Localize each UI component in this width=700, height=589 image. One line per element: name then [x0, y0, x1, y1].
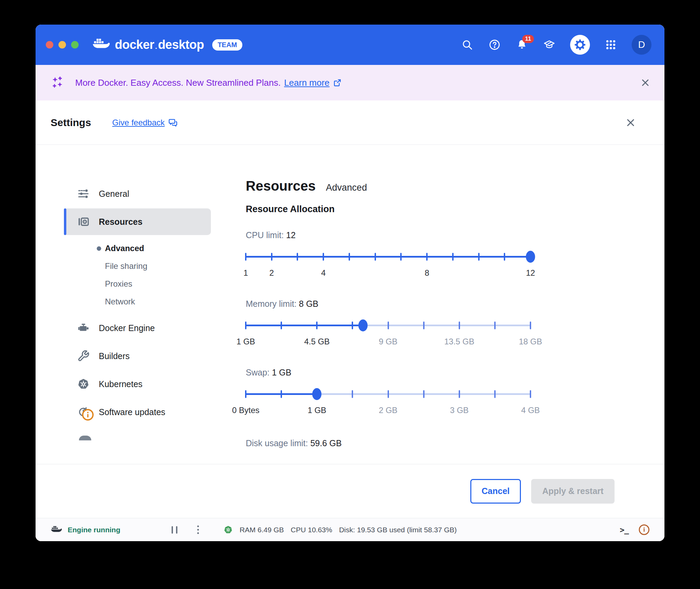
memory-slider-labels: 1 GB4.5 GB9 GB13.5 GB18 GB [246, 337, 530, 348]
memory-limit-label: Memory limit: 8 GB [246, 299, 530, 309]
cpu-stat: CPU 10.63% [291, 526, 332, 534]
cancel-button[interactable]: Cancel [470, 479, 521, 504]
slider-thumb[interactable] [526, 251, 535, 263]
learning-center-button[interactable] [543, 38, 556, 51]
swap-slider-labels: 0 Bytes1 GB2 GB3 GB4 GB [246, 406, 530, 416]
cpu-limit-slider[interactable] [246, 249, 530, 264]
help-button[interactable] [488, 38, 501, 51]
ram-stat: RAM 6.49 GB [240, 526, 284, 534]
resource-stats: RAM 6.49 GB CPU 10.63% Disk: 19.53 GB us… [224, 525, 457, 534]
cpu-limit-group: CPU limit: 12 124812 [246, 230, 530, 279]
slider-tick [352, 321, 353, 329]
user-avatar[interactable]: D [632, 35, 651, 55]
cpu-limit-value: 12 [286, 230, 296, 240]
slider-tick [245, 321, 246, 329]
notification-count-badge: 11 [522, 35, 534, 43]
slider-tick [452, 253, 454, 261]
slider-tick-label: 8 [425, 268, 429, 278]
gear-icon [574, 39, 586, 51]
close-icon [625, 117, 636, 128]
slider-tick [316, 321, 318, 329]
slider-tick-label: 1 GB [237, 337, 255, 346]
slider-tick-label: 1 [243, 268, 248, 278]
slider-tick-label: 12 [526, 268, 535, 278]
close-window-button[interactable] [46, 41, 53, 49]
promo-banner: More Docker. Easy Access. New Streamline… [36, 65, 664, 100]
apps-grid-button[interactable] [604, 38, 617, 51]
search-button[interactable] [461, 38, 474, 51]
give-feedback-label: Give feedback [112, 118, 164, 127]
settings-sidebar: General Resources Advanced File sharing [36, 145, 211, 464]
memory-limit-slider[interactable] [246, 318, 530, 333]
traffic-lights [46, 41, 79, 49]
terminal-icon[interactable]: >_ [620, 525, 629, 534]
sidebar-item-kubernetes[interactable]: Kubernetes [64, 371, 211, 397]
notifications-button[interactable]: 11 [515, 38, 528, 51]
subnav-item-proxies[interactable]: Proxies [64, 275, 211, 293]
graduation-cap-icon [543, 39, 555, 51]
slider-tick-label: 4.5 GB [304, 337, 330, 346]
sidebar-item-docker-engine[interactable]: Docker Engine [64, 315, 211, 341]
more-options-button[interactable] [197, 525, 199, 534]
slider-thumb[interactable] [312, 388, 322, 400]
kubernetes-icon [77, 378, 90, 390]
sidebar-item-general[interactable]: General [64, 180, 211, 207]
settings-footer: Cancel Apply & restart [36, 464, 664, 518]
panel-subtitle: Advanced [326, 182, 367, 193]
settings-button[interactable] [570, 35, 590, 55]
slider-tick-label: 4 [321, 268, 325, 278]
slider-thumb[interactable] [359, 319, 368, 331]
subnav-item-network[interactable]: Network [64, 293, 211, 311]
cpu-limit-label: CPU limit: 12 [246, 230, 530, 240]
info-icon[interactable]: i [639, 524, 649, 535]
pause-button[interactable] [172, 526, 177, 534]
cpu-slider-labels: 124812 [246, 268, 530, 279]
sidebar-item-partial-icon [79, 436, 91, 440]
titlebar: docker.desktop TEAM [36, 25, 664, 65]
banner-message: More Docker. Easy Access. New Streamline… [75, 78, 281, 88]
slider-tick [530, 321, 531, 329]
minimize-window-button[interactable] [58, 41, 66, 49]
sparkles-icon [51, 76, 65, 90]
panel-title: Resources [246, 178, 316, 194]
slider-tick [459, 321, 460, 329]
slider-tick [400, 253, 402, 261]
settings-header: Settings Give feedback [36, 100, 664, 145]
slider-tick-label: 2 GB [379, 406, 398, 415]
close-icon [640, 77, 651, 88]
apply-restart-button[interactable]: Apply & restart [531, 479, 615, 504]
settings-close-button[interactable] [625, 117, 636, 128]
banner-close-button[interactable] [640, 77, 651, 88]
learn-more-link[interactable]: Learn more [284, 78, 329, 88]
slider-tick [478, 253, 480, 261]
slider-tick [349, 253, 350, 261]
status-bar: Engine running RAM 6.49 GB CPU 10.63% Di… [36, 518, 664, 541]
selected-accent-bar [64, 208, 66, 235]
subnav-item-file-sharing[interactable]: File sharing [64, 257, 211, 275]
slider-tick [388, 390, 389, 398]
slider-tick-label: 18 GB [519, 337, 542, 346]
swap-slider[interactable] [246, 386, 530, 401]
zoom-window-button[interactable] [71, 41, 79, 49]
slider-tick-label: 1 GB [308, 406, 326, 415]
slider-tick [388, 321, 389, 329]
slider-tick-label: 2 [269, 268, 274, 278]
slider-tick-label: 3 GB [450, 406, 469, 415]
memory-limit-group: Memory limit: 8 GB 1 GB4.5 GB9 GB13.5 GB… [246, 299, 530, 348]
engine-status[interactable]: Engine running [51, 525, 120, 535]
slider-tick [530, 390, 531, 398]
sidebar-item-resources[interactable]: Resources [64, 208, 211, 235]
slider-tick [459, 390, 460, 398]
sidebar-item-software-updates[interactable]: Software updates [64, 399, 211, 425]
subnav-item-advanced[interactable]: Advanced [64, 239, 211, 257]
resources-subnav: Advanced File sharing Proxies Network [64, 239, 211, 311]
question-circle-icon [489, 39, 500, 51]
engine-status-label: Engine running [68, 526, 120, 534]
sidebar-item-builders[interactable]: Builders [64, 343, 211, 369]
page-title: Settings [51, 117, 91, 128]
give-feedback-link[interactable]: Give feedback [112, 118, 177, 127]
slider-tick [297, 253, 298, 261]
disk-stat: Disk: 19.53 GB used (limit 58.37 GB) [339, 526, 457, 534]
swap-label: Swap: 1 GB [246, 368, 530, 378]
docker-desktop-window: docker.desktop TEAM [36, 25, 664, 541]
